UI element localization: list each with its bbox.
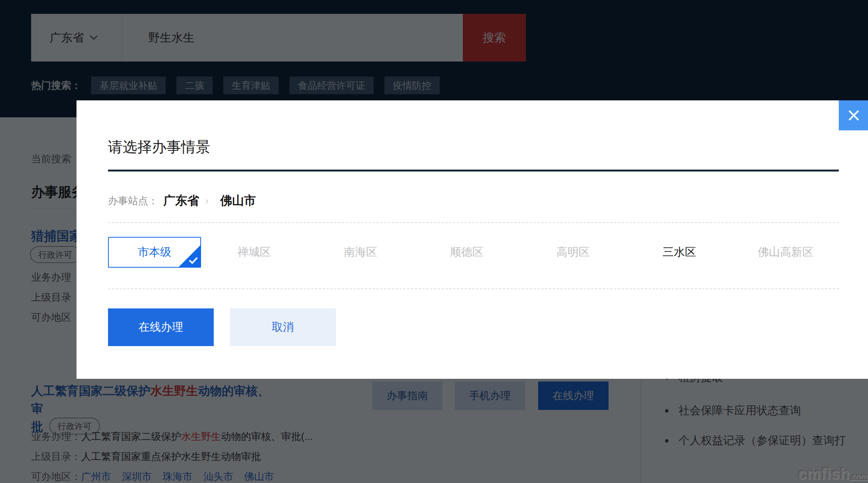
site-label: 办事站点：: [108, 194, 158, 208]
region-option[interactable]: 禅城区: [201, 245, 308, 260]
close-icon: [847, 108, 861, 122]
breadcrumb-city[interactable]: 佛山市: [220, 193, 256, 209]
dialog-actions: 在线办理 取消: [108, 308, 336, 346]
check-icon: [189, 257, 198, 264]
breadcrumb-province[interactable]: 广东省: [163, 193, 199, 209]
dialog-title: 请选择办事情景: [108, 137, 210, 157]
region-options: 市本级 禅城区 南海区 顺德区 高明区 三水区 佛山高新区: [108, 236, 839, 269]
watermark: cmfish.com: [798, 465, 868, 483]
divider: [108, 222, 839, 223]
close-button[interactable]: [839, 100, 868, 130]
cancel-button[interactable]: 取消: [230, 308, 336, 346]
watermark-text: cmfish: [798, 465, 850, 482]
region-option[interactable]: 顺德区: [414, 245, 520, 260]
screen: 广东省 野生水生 搜索 热门搜索： 基层就业补贴 二孩 生育津贴 食品经营许可证…: [0, 0, 868, 483]
region-option[interactable]: 佛山高新区: [733, 245, 839, 260]
watermark-suffix: .com: [850, 472, 868, 481]
title-underline: [108, 170, 839, 172]
scene-select-dialog: 请选择办事情景 办事站点： 广东省 › 佛山市 市本级 禅城区 南海区 顺德区 …: [76, 100, 868, 379]
region-option[interactable]: 高明区: [520, 245, 627, 260]
confirm-online-button[interactable]: 在线办理: [108, 308, 214, 346]
divider: [108, 288, 839, 289]
region-option-label: 市本级: [138, 245, 171, 260]
region-option-selected[interactable]: 市本级: [108, 237, 201, 268]
region-option[interactable]: 南海区: [308, 245, 414, 260]
chevron-right-icon: ›: [205, 195, 209, 207]
site-breadcrumb: 办事站点： 广东省 › 佛山市: [108, 193, 256, 209]
region-option[interactable]: 三水区: [626, 245, 733, 260]
